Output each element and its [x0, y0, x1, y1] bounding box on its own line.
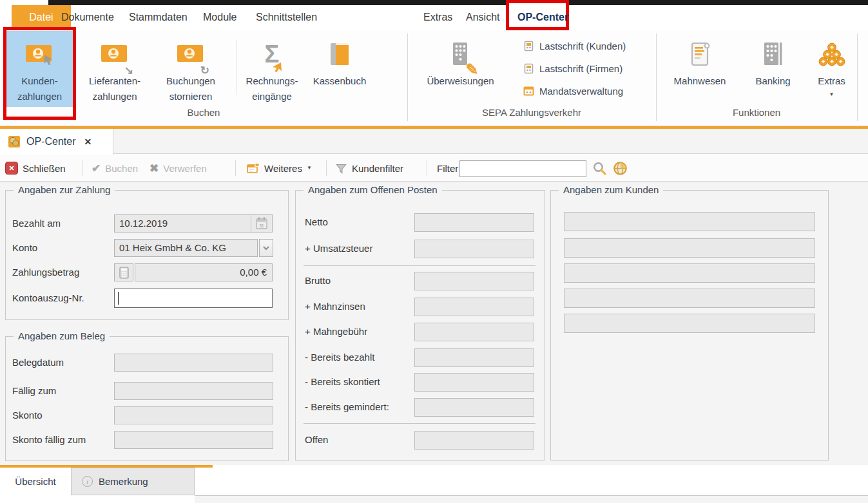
refresh-glyph: ↻ — [200, 65, 209, 76]
calendar-icon[interactable]: 31 — [251, 215, 272, 232]
book-button[interactable]: ✔ Buchen — [92, 155, 138, 182]
app-window: Datei Dokumente Stammdaten Module Schnit… — [0, 0, 868, 503]
panel-legend: Angaben zum Beleg — [14, 330, 110, 341]
tab-bemerkung[interactable]: i Bemerkung — [71, 468, 195, 495]
menu-item-op-center[interactable]: OP-Center — [517, 5, 568, 30]
amount-value: 0,00 € — [135, 264, 272, 281]
panel-angaben-zum-kunden: Angaben zum Kunden — [550, 190, 829, 460]
ribbon-button-lastschrift-firmen[interactable]: Lastschrift (Firmen) — [523, 59, 655, 77]
globe-icon[interactable] — [613, 155, 628, 182]
panel-angaben-zum-offenen-posten: Angaben zum Offenen Posten Netto + Umsat… — [295, 190, 545, 460]
search-icon[interactable] — [592, 155, 607, 182]
menu-item-ansicht[interactable]: Ansicht — [466, 5, 499, 30]
ribbon-separator — [236, 40, 237, 95]
button-label: Kassenbuch — [313, 75, 367, 86]
field-label-mahngebuehr: + Mahngebühr — [305, 326, 367, 337]
text-caret — [118, 292, 119, 305]
sigma-icon: Σ — [265, 35, 280, 73]
toolbar-separator — [82, 160, 82, 176]
field-label-bezahlt-am: Bezahlt am — [12, 218, 61, 229]
field-netto — [414, 213, 534, 232]
close-button[interactable]: ✕ Schließen — [5, 155, 66, 182]
direct-debit-icon — [523, 41, 534, 52]
discard-label: Verwerfen — [163, 163, 207, 174]
toolbar-separator — [326, 160, 327, 176]
field-mahngebuehr — [414, 323, 534, 341]
cross-icon: ✖ — [149, 162, 159, 175]
customer-field-4 — [564, 289, 815, 308]
menu-item-dokumente[interactable]: Dokumente — [61, 5, 114, 30]
pencil-glyph: ✎ — [465, 62, 478, 77]
ribbon-button-lieferantenzahlungen[interactable]: ↘ Lieferanten-zahlungen — [79, 31, 151, 107]
field-bereits-bezahlt — [414, 348, 534, 367]
field-label-netto: Netto — [305, 216, 328, 227]
close-label: Schließen — [23, 163, 66, 174]
ribbon-button-lastschrift-kunden[interactable]: Lastschrift (Kunden) — [523, 37, 655, 55]
small-button-label: Lastschrift (Firmen) — [539, 63, 622, 74]
button-label: zahlungen — [92, 91, 137, 102]
ribbon-button-ueberweisungen[interactable]: ✎ Überweisungen — [414, 31, 507, 107]
small-button-label: Lastschrift (Kunden) — [539, 41, 626, 52]
bottom-footer-strip — [195, 496, 868, 503]
ribbon-button-mahnwesen[interactable]: Mahnwesen — [665, 31, 735, 107]
field-label-offen: Offen — [305, 434, 328, 445]
banknote-arrow-icon: ↘ — [101, 35, 129, 73]
tab-close-icon[interactable]: ✕ — [84, 137, 92, 147]
more-button[interactable]: Weiteres ▼ — [247, 155, 312, 182]
funnel-icon — [335, 162, 347, 175]
tab-op-center[interactable]: OP-Center ✕ — [0, 129, 113, 155]
field-label-bereits-bezahlt: - Bereits bezahlt — [305, 352, 374, 363]
discard-button[interactable]: ✖ Verwerfen — [149, 155, 207, 182]
panel-angaben-zum-beleg: Angaben zum Beleg Belegdatum Fällig zum … — [5, 336, 289, 461]
field-label-bereits-gemindert: - Bereits gemindert: — [305, 401, 389, 412]
panel-legend: Angaben zum Kunden — [559, 184, 663, 195]
amount-field-zahlungsbetrag[interactable]: 0,00 € — [135, 263, 273, 281]
customer-field-1 — [564, 212, 815, 231]
more-label: Weiteres — [264, 163, 302, 174]
customer-field-5 — [564, 314, 815, 333]
direct-debit-icon — [523, 63, 534, 74]
button-label: Überweisungen — [427, 75, 494, 86]
field-label-skonto-faellig: Skonto fällig zum — [12, 434, 86, 445]
scroll-icon — [688, 35, 712, 73]
calculator-icon[interactable] — [114, 263, 133, 281]
menu-item-schnittstellen[interactable]: Schnittstellen — [256, 5, 317, 30]
menu-item-module[interactable]: Module — [203, 5, 236, 30]
field-bereits-gemindert — [414, 398, 534, 417]
panel-separator — [304, 423, 535, 424]
keypad-icon — [761, 35, 786, 73]
button-label: Banking — [755, 75, 790, 86]
field-label-bereits-skontiert: - Bereits skontiert — [305, 376, 380, 387]
field-label-umsatzsteuer: + Umsatzsteuer — [305, 243, 372, 254]
customer-filter-button[interactable]: Kundenfilter — [335, 155, 403, 182]
ribbon-button-banking[interactable]: Banking — [742, 31, 804, 107]
button-label: Extras — [818, 75, 845, 86]
small-button-label: Mandatsverwaltung — [539, 86, 623, 97]
ribbon-button-mandatsverwaltung[interactable]: Mandatsverwaltung — [523, 82, 655, 100]
konto-combobox[interactable]: 01 Heix GmbH & Co. KG — [114, 239, 258, 257]
tab-uebersicht[interactable]: Übersicht — [0, 468, 71, 495]
konto-dropdown-button[interactable] — [259, 239, 273, 257]
field-label-zahlungsbetrag: Zahlungsbetrag — [12, 267, 79, 278]
filter-input[interactable] — [459, 160, 586, 177]
date-value: 10.12.2019 — [115, 215, 272, 232]
ribbon-button-buchungen-stornieren[interactable]: ↻ Buchungenstornieren — [155, 31, 227, 107]
ribbon-button-rechnungseingaenge[interactable]: Σ Rechnungs-eingänge — [240, 31, 304, 107]
field-belegdatum — [114, 354, 273, 372]
toolbar-separator — [427, 160, 427, 176]
panel-angaben-zur-zahlung: Angaben zur Zahlung Bezahlt am 10.12.201… — [5, 190, 289, 320]
kontoauszug-input[interactable] — [114, 289, 273, 308]
ribbon-group-separator — [857, 33, 858, 121]
ribbon-button-extras[interactable]: Extras ▼ — [804, 31, 859, 107]
ribbon-group-label-funktionen: Funktionen — [656, 107, 857, 118]
field-label-faellig-zum: Fällig zum — [12, 385, 56, 396]
panel-separator — [304, 265, 535, 266]
button-label: Rechnungs- — [246, 75, 298, 86]
field-bereits-skontiert — [414, 373, 534, 392]
annotation-box-kundenzahlungen — [3, 27, 76, 120]
ribbon-button-kassenbuch[interactable]: Kassenbuch — [307, 31, 372, 107]
date-field-bezahlt-am[interactable]: 10.12.2019 31 — [114, 214, 273, 233]
tab-label: Bemerkung — [99, 476, 148, 487]
menu-item-extras[interactable]: Extras — [423, 5, 452, 30]
menu-item-stammdaten[interactable]: Stammdaten — [129, 5, 188, 30]
